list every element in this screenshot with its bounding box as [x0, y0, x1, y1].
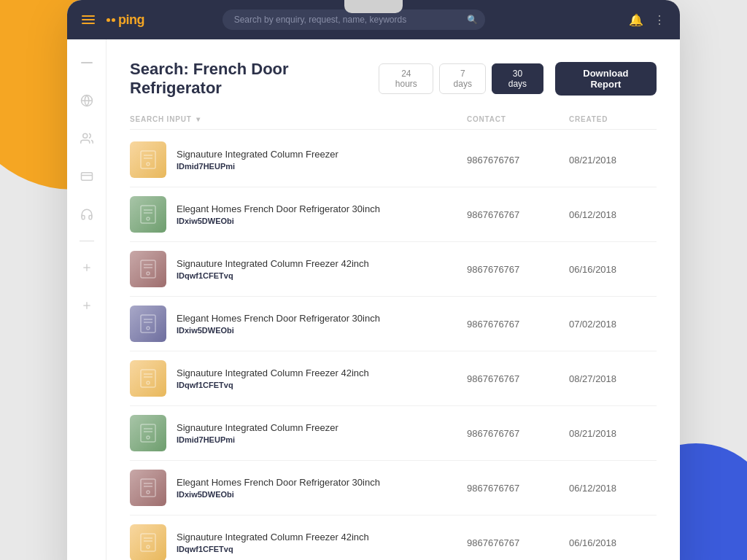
more-options-icon[interactable]: ⋮ — [654, 13, 665, 27]
product-info-3: Elegant Homes French Door Refrigerator 3… — [177, 313, 380, 335]
product-name-7: Signauture Integrated Column Freezer 42i… — [177, 532, 369, 542]
row-contact-5: 9867676767 — [467, 428, 569, 439]
row-product-6: Elegant Homes French Door Refrigerator 3… — [130, 470, 467, 506]
svg-point-40 — [147, 545, 150, 548]
row-product-1: Elegant Homes French Door Refrigerator 3… — [130, 196, 467, 233]
row-contact-3: 9867676767 — [467, 319, 569, 330]
product-image-5 — [130, 415, 166, 451]
search-icon[interactable]: 🔍 — [467, 15, 478, 25]
app-logo: ping — [107, 12, 144, 28]
sidebar-item-globe[interactable] — [75, 89, 98, 112]
product-info-1: Elegant Homes French Door Refrigerator 3… — [177, 203, 380, 225]
product-info-6: Elegant Homes French Door Refrigerator 3… — [177, 477, 380, 499]
row-created-1: 06/12/2018 — [569, 209, 657, 220]
sidebar-divider-1 — [80, 241, 94, 241]
header-actions: 🔔 ⋮ — [629, 13, 665, 27]
hamburger-menu-icon[interactable] — [82, 15, 95, 24]
product-name-4: Signauture Integrated Column Freezer 42i… — [177, 368, 369, 378]
page-title: Search: French Door Refrigerator — [130, 60, 379, 98]
table-header: SEARCH INPUT ▾ CONTACT CREATED — [130, 115, 657, 130]
sidebar-item-add-1[interactable] — [75, 256, 98, 279]
product-id-4: IDqwf1CFETvq — [177, 381, 369, 389]
camera-notch — [344, 0, 403, 13]
product-id-5: IDmid7HEUPmi — [177, 435, 338, 444]
filter-30d-button[interactable]: 30 days — [492, 63, 543, 94]
row-contact-2: 9867676767 — [467, 264, 569, 275]
product-name-6: Elegant Homes French Door Refrigerator 3… — [177, 477, 380, 488]
product-image-1 — [130, 196, 166, 233]
filter-7d-button[interactable]: 7 days — [439, 63, 486, 94]
table-row[interactable]: Elegant Homes French Door Refrigerator 3… — [130, 187, 657, 242]
row-contact-4: 9867676767 — [467, 373, 569, 384]
svg-point-36 — [147, 491, 150, 494]
product-id-1: IDxiw5DWEObi — [177, 217, 380, 225]
table-body: Signauture Integrated Column Freezer IDm… — [130, 133, 657, 560]
row-created-3: 07/02/2018 — [569, 319, 657, 330]
content-header: Search: French Door Refrigerator 24 hour… — [130, 60, 657, 98]
sidebar-item-add-2[interactable] — [75, 294, 98, 317]
sidebar-item-users[interactable] — [75, 127, 98, 150]
filter-24h-button[interactable]: 24 hours — [379, 63, 433, 94]
col-contact: CONTACT — [467, 115, 569, 123]
row-created-0: 08/21/2018 — [569, 155, 657, 166]
svg-point-2 — [82, 133, 87, 138]
table-row[interactable]: Signauture Integrated Column Freezer 42i… — [130, 351, 657, 406]
row-product-3: Elegant Homes French Door Refrigerator 3… — [130, 306, 467, 342]
product-name-0: Signauture Integrated Column Freezer — [177, 149, 338, 160]
row-created-7: 06/16/2018 — [569, 537, 657, 548]
row-created-4: 08/27/2018 — [569, 373, 657, 384]
product-info-0: Signauture Integrated Column Freezer IDm… — [177, 149, 338, 171]
logo-dot-1 — [107, 18, 110, 22]
svg-rect-3 — [81, 173, 92, 181]
product-image-4 — [130, 360, 166, 397]
product-image-2 — [130, 251, 166, 287]
product-name-2: Signauture Integrated Column Freezer 42i… — [177, 258, 369, 269]
table-row[interactable]: Signauture Integrated Column Freezer 42i… — [130, 516, 657, 560]
col-search-input: SEARCH INPUT ▾ — [130, 115, 467, 123]
notification-bell-icon[interactable]: 🔔 — [629, 13, 643, 27]
table-row[interactable]: Elegant Homes French Door Refrigerator 3… — [130, 297, 657, 351]
row-contact-0: 9867676767 — [467, 155, 569, 166]
col-created: CREATED — [569, 115, 657, 123]
product-name-1: Elegant Homes French Door Refrigerator 3… — [177, 203, 380, 214]
table-row[interactable]: Signauture Integrated Column Freezer IDm… — [130, 133, 657, 187]
table-row[interactable]: Signauture Integrated Column Freezer IDm… — [130, 406, 657, 461]
sidebar-item-card[interactable] — [75, 165, 98, 188]
row-product-5: Signauture Integrated Column Freezer IDm… — [130, 415, 467, 451]
main-content: Search: French Door Refrigerator 24 hour… — [107, 39, 680, 560]
svg-rect-0 — [81, 62, 93, 63]
main-area: Search: French Door Refrigerator 24 hour… — [67, 39, 680, 560]
product-image-7 — [130, 524, 166, 560]
product-info-4: Signauture Integrated Column Freezer 42i… — [177, 368, 369, 389]
row-created-2: 06/16/2018 — [569, 264, 657, 275]
sort-chevron-icon[interactable]: ▾ — [196, 115, 201, 123]
product-id-3: IDxiw5DWEObi — [177, 326, 380, 335]
product-id-6: IDxiw5DWEObi — [177, 490, 380, 499]
product-image-6 — [130, 470, 166, 506]
product-image-3 — [130, 306, 166, 342]
filter-group: 24 hours 7 days 30 days Download Report — [379, 62, 657, 96]
product-info-5: Signauture Integrated Column Freezer IDm… — [177, 422, 338, 444]
product-id-2: IDqwf1CFETvq — [177, 271, 369, 280]
logo-dots — [107, 18, 115, 22]
row-contact-6: 9867676767 — [467, 483, 569, 494]
svg-point-32 — [147, 436, 150, 439]
table-row[interactable]: Elegant Homes French Door Refrigerator 3… — [130, 461, 657, 516]
product-name-3: Elegant Homes French Door Refrigerator 3… — [177, 313, 380, 324]
product-name-5: Signauture Integrated Column Freezer — [177, 422, 338, 433]
product-image-0 — [130, 141, 166, 178]
svg-point-12 — [147, 163, 150, 166]
row-product-7: Signauture Integrated Column Freezer 42i… — [130, 524, 467, 560]
row-created-6: 06/12/2018 — [569, 483, 657, 494]
table-row[interactable]: Signauture Integrated Column Freezer 42i… — [130, 242, 657, 297]
product-id-0: IDmid7HEUPmi — [177, 162, 338, 171]
row-product-2: Signauture Integrated Column Freezer 42i… — [130, 251, 467, 287]
svg-point-16 — [147, 217, 150, 220]
row-contact-7: 9867676767 — [467, 537, 569, 548]
download-report-button[interactable]: Download Report — [555, 62, 657, 96]
sidebar-item-headphones[interactable] — [75, 203, 98, 226]
sidebar-item-minus[interactable] — [75, 51, 98, 74]
svg-point-20 — [147, 272, 150, 275]
main-card: ping 🔍 🔔 ⋮ — [67, 0, 680, 560]
product-info-2: Signauture Integrated Column Freezer 42i… — [177, 258, 369, 280]
